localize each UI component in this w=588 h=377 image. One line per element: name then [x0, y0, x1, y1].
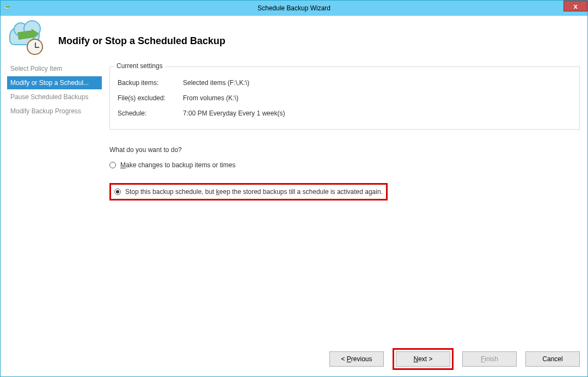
next-button-label: Next > — [413, 355, 432, 363]
radio-icon — [114, 188, 121, 195]
value-schedule: 7:00 PM Everyday Every 1 week(s) — [183, 110, 285, 117]
highlighted-option-box: Stop this backup schedule, but keep the … — [109, 183, 388, 200]
radio-icon — [109, 162, 116, 168]
radio-stop-schedule[interactable]: Stop this backup schedule, but keep the … — [114, 188, 383, 196]
label-backup-items: Backup items: — [118, 79, 183, 87]
step-select-policy-item[interactable]: Select Policy Item — [7, 62, 102, 75]
row-files-excluded: File(s) excluded: From volumes (K:\) — [118, 94, 572, 102]
wizard-header: Modify or Stop a Scheduled Backup — [1, 16, 587, 69]
wizard-body: Select Policy Item Modify or Stop a Sche… — [1, 62, 587, 376]
label-schedule: Schedule: — [118, 110, 183, 117]
radio-make-changes[interactable]: Make changes to backup items or times — [109, 161, 580, 169]
wizard-window: Schedule Backup Wizard x Modify or Stop … — [0, 0, 588, 377]
wizard-steps-sidebar: Select Policy Item Modify or Stop a Sche… — [7, 62, 102, 119]
wizard-header-icon — [8, 26, 43, 56]
close-icon: x — [573, 2, 577, 10]
page-title: Modify or Stop a Scheduled Backup — [58, 35, 225, 47]
radio-make-changes-label: Make changes to backup items or times — [120, 161, 235, 169]
row-schedule: Schedule: 7:00 PM Everyday Every 1 week(… — [118, 110, 572, 117]
previous-button[interactable]: < Previous — [329, 351, 384, 367]
highlighted-next-box: Next > — [393, 348, 454, 370]
row-backup-items: Backup items: Selected items (F:\,K:\) — [118, 79, 572, 87]
window-title: Schedule Backup Wizard — [1, 4, 587, 12]
titlebar: Schedule Backup Wizard x — [1, 1, 587, 16]
cancel-button-label: Cancel — [542, 355, 562, 363]
finish-button: Finish — [462, 351, 517, 367]
current-settings-group: Current settings Backup items: Selected … — [109, 66, 580, 130]
next-button[interactable]: Next > — [396, 351, 450, 367]
prompt-text: What do you want to do? — [109, 146, 580, 154]
radio-stop-schedule-label: Stop this backup schedule, but keep the … — [125, 188, 383, 196]
label-files-excluded: File(s) excluded: — [118, 94, 183, 102]
finish-button-label: Finish — [481, 355, 498, 363]
cancel-button[interactable]: Cancel — [525, 351, 580, 367]
step-modify-or-stop[interactable]: Modify or Stop a Schedul... — [7, 76, 102, 89]
value-files-excluded: From volumes (K:\) — [183, 94, 238, 102]
wizard-content: Current settings Backup items: Selected … — [109, 62, 580, 342]
close-button[interactable]: x — [564, 1, 587, 11]
value-backup-items: Selected items (F:\,K:\) — [183, 79, 249, 87]
previous-button-label: < Previous — [341, 355, 372, 363]
current-settings-legend: Current settings — [114, 62, 165, 70]
wizard-footer: < Previous Next > Finish Cancel — [109, 347, 580, 371]
step-pause-scheduled-backups[interactable]: Pause Scheduled Backups — [7, 90, 102, 104]
step-modify-backup-progress[interactable]: Modify Backup Progress — [7, 105, 102, 118]
